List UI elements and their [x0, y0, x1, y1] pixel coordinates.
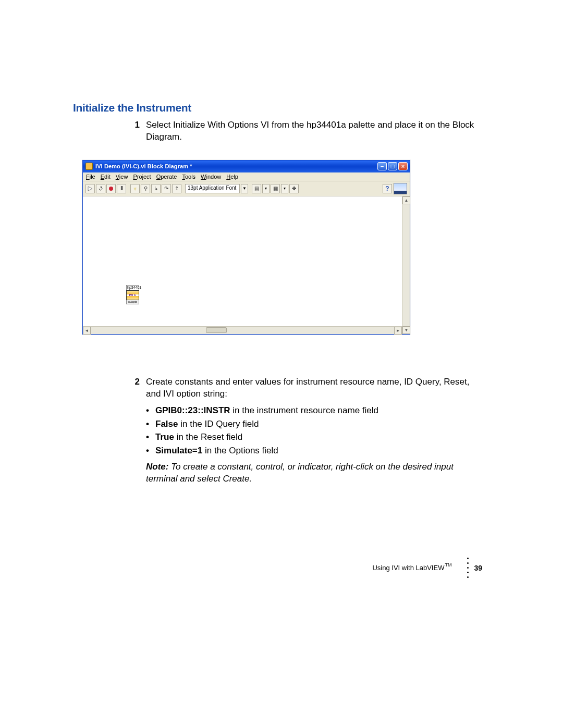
scroll-left-icon[interactable]: ◄ [83, 327, 91, 335]
run-button[interactable] [85, 184, 95, 193]
abort-button[interactable] [106, 184, 116, 193]
menu-project[interactable]: Project [133, 174, 151, 180]
pause-button[interactable]: II [117, 184, 126, 193]
distribute-dropdown-icon[interactable]: ▾ [281, 184, 288, 193]
scroll-thumb[interactable] [206, 327, 227, 333]
block-diagram-canvas[interactable]: hp34401 IVI C w/opts ▲ ▼ ◄ ► [83, 196, 410, 334]
step-over-button[interactable]: ↷ [162, 184, 171, 193]
toolbar: II ☼ ⚲ ↳ ↷ ↥ 13pt Application Font ▼ ▤ ▾… [83, 181, 410, 196]
menu-window[interactable]: Window [201, 174, 221, 180]
step-2-body: Create constants and enter values for in… [146, 376, 482, 485]
scroll-down-icon[interactable]: ▼ [402, 326, 410, 334]
minimize-button[interactable]: – [377, 162, 387, 170]
step-1-text: Select Initialize With Options VI from t… [146, 119, 482, 143]
scroll-right-icon[interactable]: ► [394, 327, 402, 335]
step-into-button[interactable]: ↳ [151, 184, 161, 193]
vertical-scrollbar[interactable]: ▲ ▼ [402, 196, 410, 334]
section-heading: Initialize the Instrument [73, 102, 482, 114]
step-1-number: 1 [126, 119, 140, 143]
node-body-icon: IVI C [126, 290, 139, 300]
svg-marker-0 [88, 187, 92, 191]
window-title: IVI Demo (IVI-C).vi Block Diagram * [95, 163, 192, 169]
vi-icon[interactable] [394, 183, 407, 194]
step-2-intro: Create constants and enter values for in… [146, 377, 469, 399]
reorder-button[interactable]: ✥ [289, 184, 299, 193]
note-label: Note: [146, 462, 168, 472]
font-selector[interactable]: 13pt Application Font [185, 184, 240, 193]
app-icon [85, 163, 93, 170]
highlight-execution-button[interactable]: ☼ [130, 184, 140, 193]
bullet-item: GPIB0::23::INSTR in the instrument resou… [146, 404, 482, 417]
maximize-button[interactable]: □ [388, 162, 397, 170]
menu-help[interactable]: Help [226, 174, 238, 180]
menu-view[interactable]: View [116, 174, 128, 180]
step-2: 2 Create constants and enter values for … [126, 376, 482, 485]
node-label-top: hp34401 [126, 285, 139, 290]
menu-file[interactable]: File [86, 174, 95, 180]
menu-operate[interactable]: Operate [156, 174, 177, 180]
initialize-with-options-vi-node[interactable]: hp34401 IVI C w/opts [126, 285, 139, 304]
page-footer: Using IVI with LabVIEW TM 39 [372, 558, 482, 578]
menu-bar[interactable]: File Edit View Project Operate Tools Win… [83, 172, 410, 181]
step-out-button[interactable]: ↥ [172, 184, 181, 193]
note-text: To create a constant, control, or indica… [146, 462, 454, 484]
bullet-item: False in the ID Query field [146, 418, 482, 430]
step-2-note: Note: To create a constant, control, or … [146, 461, 482, 485]
retain-wire-button[interactable]: ⚲ [141, 184, 150, 193]
step-2-bullet-list: GPIB0::23::INSTR in the instrument resou… [146, 404, 482, 457]
menu-tools[interactable]: Tools [182, 174, 195, 180]
svg-point-2 [109, 187, 113, 191]
footer-dots-icon [467, 558, 469, 578]
scroll-up-icon[interactable]: ▲ [402, 196, 410, 204]
run-continuous-button[interactable] [96, 184, 105, 193]
context-help-button[interactable]: ? [383, 184, 392, 193]
menu-edit[interactable]: Edit [101, 174, 111, 180]
bullet-item: True in the Reset field [146, 431, 482, 443]
font-dropdown-icon[interactable]: ▼ [241, 184, 248, 193]
window-titlebar[interactable]: IVI Demo (IVI-C).vi Block Diagram * – □ … [83, 161, 410, 172]
step-2-number: 2 [126, 376, 140, 485]
node-label-bottom: w/opts [126, 300, 139, 304]
embedded-screenshot: IVI Demo (IVI-C).vi Block Diagram * – □ … [82, 160, 482, 335]
step-1: 1 Select Initialize With Options VI from… [126, 119, 482, 143]
distribute-button[interactable]: ▦ [271, 184, 280, 193]
page-number: 39 [474, 564, 482, 572]
trademark-symbol: TM [445, 562, 451, 567]
footer-text: Using IVI with LabVIEW [372, 564, 444, 572]
horizontal-scrollbar[interactable]: ◄ ► [83, 326, 402, 334]
align-button[interactable]: ▤ [252, 184, 261, 193]
close-button[interactable]: × [398, 162, 408, 170]
bullet-item: Simulate=1 in the Options field [146, 445, 482, 457]
align-dropdown-icon[interactable]: ▾ [262, 184, 270, 193]
